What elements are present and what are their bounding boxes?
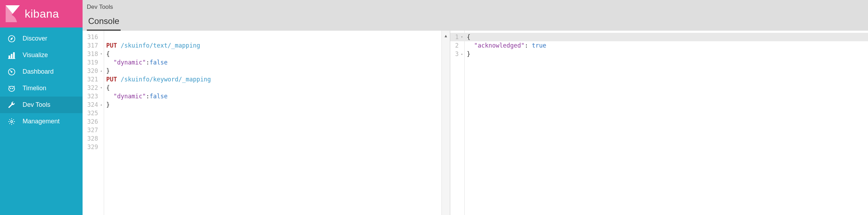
request-editor[interactable]: 316 317 318▾ 319 320▴ 321 322▾ 323 324▴ … [83,31,450,215]
svg-point-14 [11,121,13,123]
request-code[interactable]: PUT /skuinfo/text/_mapping { "dynamic":f… [104,31,441,215]
response-gutter: 1▾ 2 3▴ [450,31,464,215]
tab-console[interactable]: Console [87,14,121,31]
logo-bar[interactable]: kibana [0,0,83,27]
scroll-up-icon[interactable]: ▴ [445,33,447,215]
sidebar-item-label: Dashboard [23,68,54,75]
sidebar-item-label: Management [23,118,60,125]
sidebar-item-dashboard[interactable]: Dashboard [0,63,83,80]
sidebar-item-discover[interactable]: Discover [0,30,83,47]
sidebar-item-label: Discover [23,35,47,42]
sidebar-item-label: Visualize [23,51,48,59]
sidebar-item-devtools[interactable]: Dev Tools [0,97,83,113]
fold-icon[interactable]: ▴ [459,50,463,58]
tabs: Console [87,14,864,31]
request-gutter: 316 317 318▾ 319 320▴ 321 322▾ 323 324▴ … [83,31,104,215]
wrench-icon [8,101,16,109]
fold-icon[interactable]: ▾ [99,84,102,92]
header: Dev Tools Console [83,0,868,31]
svg-marker-3 [11,37,13,40]
brand-name: kibana [25,7,59,20]
sidebar: kibana Discover Visualize Dashboard [0,0,83,215]
main-content: Dev Tools Console 316 317 318▾ 319 320▴ … [83,0,868,215]
gear-icon [8,118,16,125]
gauge-icon [8,68,16,76]
fold-icon[interactable]: ▴ [99,100,102,109]
editors: 316 317 318▾ 319 320▴ 321 322▾ 323 324▴ … [83,31,868,215]
compass-icon [8,35,16,43]
request-scrollbar[interactable]: ▴ [441,31,450,215]
response-editor[interactable]: 1▾ 2 3▴ { "acknowledged": true } [450,31,868,215]
svg-point-12 [10,88,11,89]
fold-icon[interactable]: ▾ [459,33,463,41]
svg-line-10 [10,70,12,72]
fold-icon[interactable]: ▴ [99,67,102,75]
breadcrumb: Dev Tools [87,2,864,14]
sidebar-item-timelion[interactable]: Timelion [0,80,83,97]
svg-rect-6 [13,52,15,58]
kibana-logo-icon [6,5,20,22]
fold-icon[interactable]: ▾ [99,50,102,58]
svg-rect-5 [11,54,12,58]
sidebar-item-label: Dev Tools [23,101,50,109]
timelion-icon [8,85,16,92]
response-code[interactable]: { "acknowledged": true } [465,31,868,215]
sidebar-item-visualize[interactable]: Visualize [0,47,83,63]
bar-chart-icon [8,51,16,59]
svg-point-11 [9,86,15,91]
svg-point-13 [12,88,13,89]
svg-rect-4 [9,55,10,58]
sidebar-item-label: Timelion [23,85,46,92]
sidebar-nav: Discover Visualize Dashboard Timelion [0,27,83,215]
sidebar-item-management[interactable]: Management [0,113,83,130]
